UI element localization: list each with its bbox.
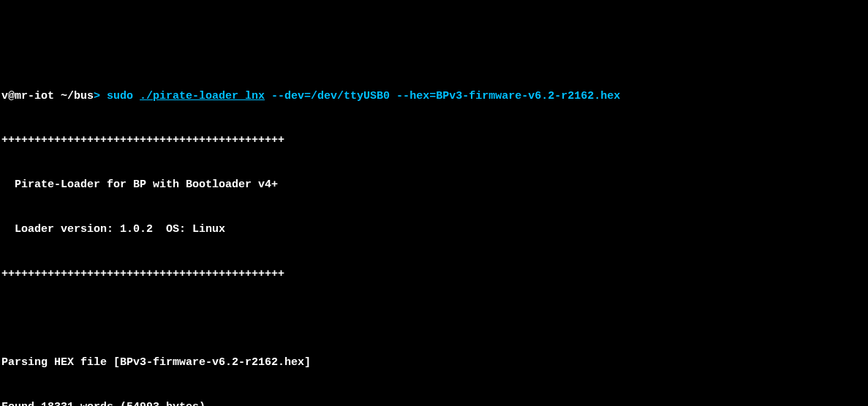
terminal-window[interactable]: v@mr-iot ~/bus> sudo ./pirate-loader_lnx… bbox=[0, 59, 868, 406]
blank-line bbox=[1, 311, 867, 326]
found-status: Found 18331 words (54993 bytes) bbox=[1, 400, 867, 406]
separator-bottom: ++++++++++++++++++++++++++++++++++++++++… bbox=[1, 267, 867, 282]
header-version: Loader version: 1.0.2 OS: Linux bbox=[1, 222, 867, 237]
header-title: Pirate-Loader for BP with Bootloader v4+ bbox=[1, 178, 867, 192]
sudo-command: sudo bbox=[107, 89, 140, 104]
executable-path: ./pirate-loader_lnx bbox=[140, 89, 265, 104]
current-path: ~/bus bbox=[61, 89, 94, 104]
command-arguments: --dev=/dev/ttyUSB0 --hex=BPv3-firmware-v… bbox=[265, 89, 620, 104]
prompt-symbol: > bbox=[94, 89, 107, 104]
separator-top: ++++++++++++++++++++++++++++++++++++++++… bbox=[1, 133, 867, 148]
parsing-status: Parsing HEX file [BPv3-firmware-v6.2-r21… bbox=[1, 356, 867, 370]
user-host: v@mr-iot bbox=[1, 89, 61, 104]
command-prompt-line: v@mr-iot ~/bus> sudo ./pirate-loader_lnx… bbox=[1, 89, 867, 104]
